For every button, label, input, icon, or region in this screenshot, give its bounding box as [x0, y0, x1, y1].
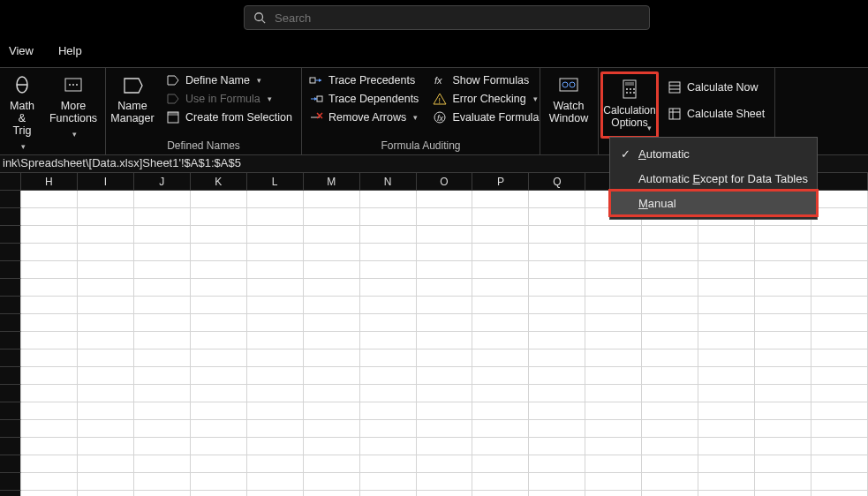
- cell[interactable]: [529, 420, 585, 438]
- cell[interactable]: [417, 402, 473, 420]
- cell[interactable]: [21, 349, 78, 367]
- cell[interactable]: [247, 208, 304, 226]
- cell[interactable]: [811, 332, 868, 349]
- column-header[interactable]: Q: [529, 173, 585, 190]
- cell[interactable]: [417, 491, 473, 496]
- cell[interactable]: [304, 438, 360, 455]
- cell[interactable]: [191, 297, 247, 314]
- cell[interactable]: [529, 208, 585, 226]
- cell[interactable]: [529, 385, 585, 402]
- calc-option-automatic[interactable]: ✓ Automatic: [610, 141, 817, 166]
- cell[interactable]: [472, 208, 529, 226]
- cell[interactable]: [134, 491, 191, 496]
- calc-option-manual[interactable]: Manual: [610, 191, 817, 215]
- cell[interactable]: [304, 226, 360, 244]
- cell[interactable]: [304, 279, 360, 297]
- evaluate-formula-button[interactable]: fx Evaluate Formula: [433, 110, 539, 124]
- cell[interactable]: [304, 314, 360, 332]
- cell[interactable]: [247, 314, 304, 332]
- cell[interactable]: [642, 473, 698, 491]
- cell[interactable]: [78, 208, 134, 226]
- cell[interactable]: [360, 385, 417, 402]
- cell[interactable]: [78, 473, 134, 491]
- cell[interactable]: [755, 261, 811, 279]
- cell[interactable]: [247, 349, 304, 367]
- cell[interactable]: [755, 491, 811, 496]
- cell[interactable]: [472, 314, 529, 332]
- cell[interactable]: [642, 455, 698, 473]
- cell[interactable]: [755, 226, 811, 244]
- cell[interactable]: [360, 332, 417, 349]
- column-header[interactable]: J: [134, 173, 191, 190]
- cell[interactable]: [21, 455, 78, 473]
- cell[interactable]: [247, 297, 304, 314]
- search-input[interactable]: [275, 11, 640, 25]
- cell[interactable]: [360, 491, 417, 496]
- cell[interactable]: [529, 244, 585, 261]
- cell[interactable]: [529, 438, 585, 455]
- cell[interactable]: [191, 367, 247, 385]
- cell-grid[interactable]: [0, 191, 868, 496]
- cell[interactable]: [78, 244, 134, 261]
- cell[interactable]: [811, 208, 868, 226]
- cell[interactable]: [585, 473, 642, 491]
- cell[interactable]: [529, 491, 585, 496]
- cell[interactable]: [360, 297, 417, 314]
- cell[interactable]: [417, 191, 473, 208]
- column-header[interactable]: P: [472, 173, 529, 190]
- cell[interactable]: [191, 191, 247, 208]
- cell[interactable]: [529, 473, 585, 491]
- cell[interactable]: [247, 367, 304, 385]
- cell[interactable]: [755, 332, 811, 349]
- cell[interactable]: [21, 473, 78, 491]
- cell[interactable]: [360, 191, 417, 208]
- cell[interactable]: [529, 226, 585, 244]
- cell[interactable]: [811, 244, 868, 261]
- cell[interactable]: [134, 208, 191, 226]
- cell[interactable]: [247, 473, 304, 491]
- cell[interactable]: [698, 473, 755, 491]
- cell[interactable]: [247, 244, 304, 261]
- cell[interactable]: [472, 332, 529, 349]
- cell[interactable]: [21, 385, 78, 402]
- cell[interactable]: [755, 385, 811, 402]
- cell[interactable]: [755, 420, 811, 438]
- cell[interactable]: [529, 367, 585, 385]
- cell[interactable]: [247, 191, 304, 208]
- column-header[interactable]: H: [21, 173, 78, 190]
- cell[interactable]: [698, 349, 755, 367]
- cell[interactable]: [304, 208, 360, 226]
- cell[interactable]: [755, 455, 811, 473]
- cell[interactable]: [698, 244, 755, 261]
- cell[interactable]: [78, 402, 134, 420]
- cell[interactable]: [78, 385, 134, 402]
- cell[interactable]: [360, 279, 417, 297]
- column-header[interactable]: L: [247, 173, 304, 190]
- cell[interactable]: [134, 473, 191, 491]
- cell[interactable]: [247, 332, 304, 349]
- cell[interactable]: [585, 314, 642, 332]
- cell[interactable]: [417, 279, 473, 297]
- cell[interactable]: [698, 297, 755, 314]
- cell[interactable]: [134, 402, 191, 420]
- cell[interactable]: [529, 402, 585, 420]
- search-box[interactable]: [244, 5, 650, 30]
- cell[interactable]: [78, 420, 134, 438]
- cell[interactable]: [417, 226, 473, 244]
- cell[interactable]: [417, 314, 473, 332]
- cell[interactable]: [360, 438, 417, 455]
- cell[interactable]: [78, 332, 134, 349]
- cell[interactable]: [304, 191, 360, 208]
- cell[interactable]: [585, 385, 642, 402]
- cell[interactable]: [191, 473, 247, 491]
- cell[interactable]: [134, 261, 191, 279]
- cell[interactable]: [755, 402, 811, 420]
- cell[interactable]: [698, 402, 755, 420]
- cell[interactable]: [585, 420, 642, 438]
- math-trig-button[interactable]: Math & Trig ▾: [0, 68, 44, 154]
- cell[interactable]: [811, 191, 868, 208]
- cell[interactable]: [304, 367, 360, 385]
- cell[interactable]: [698, 438, 755, 455]
- cell[interactable]: [811, 226, 868, 244]
- cell[interactable]: [755, 297, 811, 314]
